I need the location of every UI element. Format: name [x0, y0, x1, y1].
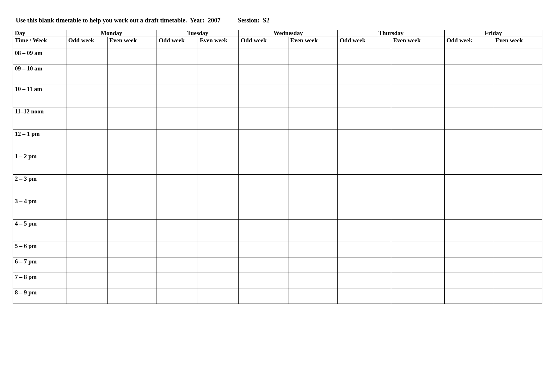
timetable-cell[interactable]	[391, 130, 444, 152]
timetable-cell[interactable]	[198, 288, 239, 304]
timetable-cell[interactable]	[493, 152, 542, 174]
timetable-cell[interactable]	[288, 174, 337, 197]
timetable-cell[interactable]	[288, 130, 337, 152]
timetable-cell[interactable]	[239, 257, 288, 273]
timetable-cell[interactable]	[66, 273, 107, 288]
timetable-cell[interactable]	[444, 257, 493, 273]
timetable-cell[interactable]	[107, 242, 157, 257]
timetable-cell[interactable]	[338, 130, 391, 152]
timetable-cell[interactable]	[66, 130, 107, 152]
timetable-cell[interactable]	[66, 174, 107, 197]
timetable-cell[interactable]	[107, 197, 157, 219]
timetable-cell[interactable]	[391, 107, 444, 130]
timetable-cell[interactable]	[66, 288, 107, 304]
timetable-cell[interactable]	[493, 242, 542, 257]
timetable-cell[interactable]	[198, 64, 239, 85]
timetable-cell[interactable]	[239, 49, 288, 64]
timetable-cell[interactable]	[107, 49, 157, 64]
timetable-cell[interactable]	[107, 152, 157, 174]
timetable-cell[interactable]	[493, 49, 542, 64]
timetable-cell[interactable]	[493, 64, 542, 85]
timetable-cell[interactable]	[493, 130, 542, 152]
timetable-cell[interactable]	[444, 288, 493, 304]
timetable-cell[interactable]	[239, 130, 288, 152]
timetable-cell[interactable]	[198, 85, 239, 107]
timetable-cell[interactable]	[493, 273, 542, 288]
timetable-cell[interactable]	[338, 85, 391, 107]
timetable-cell[interactable]	[338, 197, 391, 219]
timetable-cell[interactable]	[391, 152, 444, 174]
timetable-cell[interactable]	[107, 219, 157, 242]
timetable-cell[interactable]	[157, 242, 198, 257]
timetable-cell[interactable]	[444, 107, 493, 130]
timetable-cell[interactable]	[239, 288, 288, 304]
timetable-cell[interactable]	[288, 242, 337, 257]
timetable-cell[interactable]	[391, 242, 444, 257]
timetable-cell[interactable]	[444, 49, 493, 64]
timetable-cell[interactable]	[107, 288, 157, 304]
timetable-cell[interactable]	[444, 152, 493, 174]
timetable-cell[interactable]	[444, 242, 493, 257]
timetable-cell[interactable]	[157, 49, 198, 64]
timetable-cell[interactable]	[391, 49, 444, 64]
timetable-cell[interactable]	[288, 219, 337, 242]
timetable-cell[interactable]	[107, 273, 157, 288]
timetable-cell[interactable]	[239, 242, 288, 257]
timetable-cell[interactable]	[198, 130, 239, 152]
timetable-cell[interactable]	[66, 197, 107, 219]
timetable-cell[interactable]	[391, 219, 444, 242]
timetable-cell[interactable]	[157, 130, 198, 152]
timetable-cell[interactable]	[198, 219, 239, 242]
timetable-cell[interactable]	[157, 219, 198, 242]
timetable-cell[interactable]	[338, 273, 391, 288]
timetable-cell[interactable]	[444, 197, 493, 219]
timetable-cell[interactable]	[198, 242, 239, 257]
timetable-cell[interactable]	[338, 49, 391, 64]
timetable-cell[interactable]	[493, 257, 542, 273]
timetable-cell[interactable]	[239, 197, 288, 219]
timetable-cell[interactable]	[338, 64, 391, 85]
timetable-cell[interactable]	[66, 107, 107, 130]
timetable-cell[interactable]	[198, 152, 239, 174]
timetable-cell[interactable]	[288, 107, 337, 130]
timetable-cell[interactable]	[66, 242, 107, 257]
timetable-cell[interactable]	[239, 219, 288, 242]
timetable-cell[interactable]	[288, 288, 337, 304]
timetable-cell[interactable]	[493, 174, 542, 197]
timetable-cell[interactable]	[157, 85, 198, 107]
timetable-cell[interactable]	[66, 64, 107, 85]
timetable-cell[interactable]	[157, 107, 198, 130]
timetable-cell[interactable]	[288, 152, 337, 174]
timetable-cell[interactable]	[493, 107, 542, 130]
timetable-cell[interactable]	[66, 152, 107, 174]
timetable-cell[interactable]	[288, 197, 337, 219]
timetable-cell[interactable]	[288, 85, 337, 107]
timetable-cell[interactable]	[391, 64, 444, 85]
timetable-cell[interactable]	[239, 85, 288, 107]
timetable-cell[interactable]	[157, 197, 198, 219]
timetable-cell[interactable]	[338, 288, 391, 304]
timetable-cell[interactable]	[493, 197, 542, 219]
timetable-cell[interactable]	[444, 219, 493, 242]
timetable-cell[interactable]	[444, 85, 493, 107]
timetable-cell[interactable]	[338, 257, 391, 273]
timetable-cell[interactable]	[338, 107, 391, 130]
timetable-cell[interactable]	[239, 64, 288, 85]
timetable-cell[interactable]	[493, 85, 542, 107]
timetable-cell[interactable]	[157, 64, 198, 85]
timetable-cell[interactable]	[66, 85, 107, 107]
timetable-cell[interactable]	[338, 219, 391, 242]
timetable-cell[interactable]	[107, 85, 157, 107]
timetable-cell[interactable]	[391, 257, 444, 273]
timetable-cell[interactable]	[444, 174, 493, 197]
timetable-cell[interactable]	[198, 107, 239, 130]
timetable-cell[interactable]	[444, 64, 493, 85]
timetable-cell[interactable]	[288, 49, 337, 64]
timetable-cell[interactable]	[391, 273, 444, 288]
timetable-cell[interactable]	[157, 273, 198, 288]
timetable-cell[interactable]	[239, 107, 288, 130]
timetable-cell[interactable]	[444, 130, 493, 152]
timetable-cell[interactable]	[107, 64, 157, 85]
timetable-cell[interactable]	[107, 130, 157, 152]
timetable-cell[interactable]	[239, 152, 288, 174]
